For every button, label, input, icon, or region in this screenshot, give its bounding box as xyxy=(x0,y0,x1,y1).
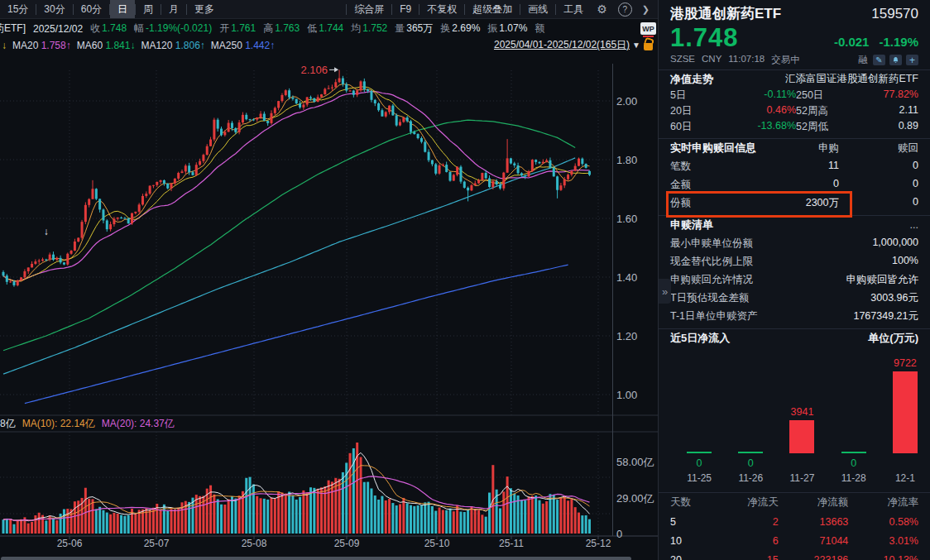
quote-bar: 药ETF] 2025/12/02 收1.748幅-1.19%(-0.021)开1… xyxy=(0,19,658,38)
ma-value: 1.806↑ xyxy=(175,40,205,51)
flow-zero-dash xyxy=(738,452,763,453)
flow-td: 6 xyxy=(708,535,779,547)
tool-button-F9[interactable]: F9 xyxy=(392,0,419,18)
panel-collapse-handle[interactable]: » xyxy=(659,279,671,304)
flow-bar-value: 3941 xyxy=(791,406,814,418)
tool-button-超级叠加[interactable]: 超级叠加 xyxy=(465,0,520,18)
flow-bar-value: 9722 xyxy=(894,357,917,369)
meta-11:07:18: 11:07:18 xyxy=(728,54,765,66)
add-plus-icon[interactable]: + xyxy=(906,55,918,65)
quote-prefix: 药ETF] xyxy=(0,22,26,36)
nav-value-2: 2.11 xyxy=(849,104,918,118)
flow-table-row: 52136630.58% xyxy=(670,512,918,531)
flow-zero-dash xyxy=(687,452,712,453)
flow-zero-dash xyxy=(841,452,866,453)
wencai-wp-icon[interactable]: WP xyxy=(640,22,656,35)
edit-pencil-icon[interactable]: ✎ xyxy=(873,55,885,65)
volume-legend: 8亿 MA(10): 22.14亿 MA(20): 24.37亿 xyxy=(0,417,181,431)
quote-field-label: 均 xyxy=(351,22,361,34)
flow-td: 13663 xyxy=(779,516,849,528)
flow-bar-date: 11-28 xyxy=(841,472,866,484)
nav-label-1: 20日 xyxy=(670,104,708,118)
net-inflow-bar-chart: 011-25011-26394111-27011-28972212-1 xyxy=(659,347,930,489)
list-rows: 最小申赎单位份额1,000,000现金替代比例上限100%申购赎回允许情况申购赎… xyxy=(659,234,930,325)
tool-button-工具[interactable]: 工具 xyxy=(556,0,591,18)
nav-value-2: 0.89 xyxy=(849,120,918,134)
realtime-title: 实时申购赎回信息 xyxy=(670,141,760,156)
interval-tab-更多[interactable]: 更多 xyxy=(187,0,222,18)
flow-th-净流天: 净流天 xyxy=(708,495,779,510)
chevron-right-icon[interactable]: ❯ xyxy=(642,4,650,15)
flow-th-净流额: 净流额 xyxy=(779,495,849,510)
unlock-icon[interactable] xyxy=(644,43,653,50)
realtime-section-header: 实时申购赎回信息 申购 赎回 xyxy=(659,139,930,157)
quote-field-开: 开1.761 xyxy=(219,22,256,36)
price-tick-2.00: 2.00 xyxy=(616,95,637,108)
price-tick-1.60: 1.60 xyxy=(616,213,637,225)
svg-text:↓: ↓ xyxy=(44,226,49,237)
flow-td: 15 xyxy=(708,554,779,560)
list-label: 申购赎回允许情况 xyxy=(670,273,753,287)
quote-field-value: 1.752 xyxy=(362,22,387,34)
alert-bell-icon[interactable] xyxy=(889,55,902,65)
flow-th-天数: 天数 xyxy=(670,495,708,510)
header-icons: 融 ✎ + xyxy=(859,54,919,66)
volume-ma10-label: MA(10): 22.14亿 xyxy=(22,417,95,431)
quote-field-高: 高1.763 xyxy=(263,22,300,36)
volume-prefix: 8亿 xyxy=(0,417,16,431)
nav-performance-rows: 5日-0.11%250日77.82%20日0.46%52周高2.1160日-13… xyxy=(659,88,930,135)
ma-value: 1.758↑ xyxy=(41,40,71,51)
tool-button-不复权[interactable]: 不复权 xyxy=(419,0,464,18)
horizontal-scrollbar[interactable] xyxy=(1,557,631,560)
interval-tab-周[interactable]: 周 xyxy=(136,0,161,18)
quote-field-value: 1.744 xyxy=(319,22,343,34)
list-kv: 最小申赎单位份额1,000,000 xyxy=(670,237,918,251)
chart-region: ↓ MA20 1.758↑MA60 1.841↓MA120 1.806↑MA25… xyxy=(0,37,658,560)
interval-tab-月[interactable]: 月 xyxy=(161,0,186,18)
range-caret-icon[interactable]: ▼ xyxy=(632,41,640,50)
help-icon[interactable]: ? xyxy=(618,2,632,17)
flow-bar-11-26: 011-26 xyxy=(725,347,776,489)
interval-tab-30分[interactable]: 30分 xyxy=(36,0,72,18)
interval-tab-日[interactable]: 日 xyxy=(110,0,135,18)
quote-header: 港股通创新药ETF 159570 1.748 -0.021 -1.19% SZS… xyxy=(659,0,930,66)
highlight-box xyxy=(666,191,852,218)
date-range-control[interactable]: 2025/04/01-2025/12/02(165日) ▼ xyxy=(494,38,653,52)
x-label-25-09: 25-09 xyxy=(334,538,360,549)
flow-bar-date: 12-1 xyxy=(895,472,915,484)
tool-button-综合屏[interactable]: 综合屏 xyxy=(347,0,391,18)
list-value: 100% xyxy=(892,255,918,269)
list-more-button[interactable]: ... xyxy=(910,219,918,231)
net-inflow-table: 天数净流天净流额净流率52136630.58%106710443.01%2015… xyxy=(659,493,930,560)
nav-row: 60日-13.68%52周低0.89 xyxy=(659,119,930,135)
flow-zero-value: 0 xyxy=(851,457,856,469)
flow-td: 10.13% xyxy=(848,554,918,560)
market-meta: SZSECNY11:07:18交易中 xyxy=(670,54,807,66)
quote-field-value: 2.69% xyxy=(452,22,480,34)
list-label: 最小申赎单位份额 xyxy=(670,237,753,251)
kline-chart[interactable]: 2.106↓ xyxy=(0,54,658,543)
x-label-25-11: 25-11 xyxy=(499,538,524,549)
security-name: 港股通创新药ETF xyxy=(670,4,781,23)
margin-flag: 融 xyxy=(859,54,869,66)
list-row-T-1日单位申赎资产: T-1日单位申赎资产1767349.21元 xyxy=(659,307,930,325)
flow-th-净流率: 净流率 xyxy=(848,495,918,510)
list-kv: 申购赎回允许情况申购赎回皆允许 xyxy=(670,273,918,287)
flow-table-header: 天数净流天净流额净流率 xyxy=(670,493,918,512)
interval-tab-60分[interactable]: 60分 xyxy=(74,0,109,18)
flow-td: 20 xyxy=(670,554,708,560)
quote-field-收: 收1.748 xyxy=(90,22,127,36)
flow-bar-rect xyxy=(789,420,814,453)
tool-button-画线[interactable]: 画线 xyxy=(520,0,555,18)
realtime-grid: 笔数110 xyxy=(670,160,918,174)
quote-field-label: 额 xyxy=(535,22,544,34)
nav-title: 净值走势 xyxy=(670,72,713,87)
fund-full-name: 汇添富国证港股通创新药ETF xyxy=(785,72,918,86)
svg-text:2.106: 2.106 xyxy=(301,64,328,76)
date-range-text[interactable]: 2025/04/01-2025/12/02(165日) xyxy=(494,38,630,52)
interval-tab-15分[interactable]: 15分 xyxy=(0,0,36,18)
ma-legend-MA60: MA60 1.841↓ xyxy=(77,40,136,51)
list-value: 3003.96元 xyxy=(870,291,918,305)
gear-icon[interactable]: ⚙ xyxy=(597,2,607,16)
list-title: 申赎清单 xyxy=(670,218,713,232)
